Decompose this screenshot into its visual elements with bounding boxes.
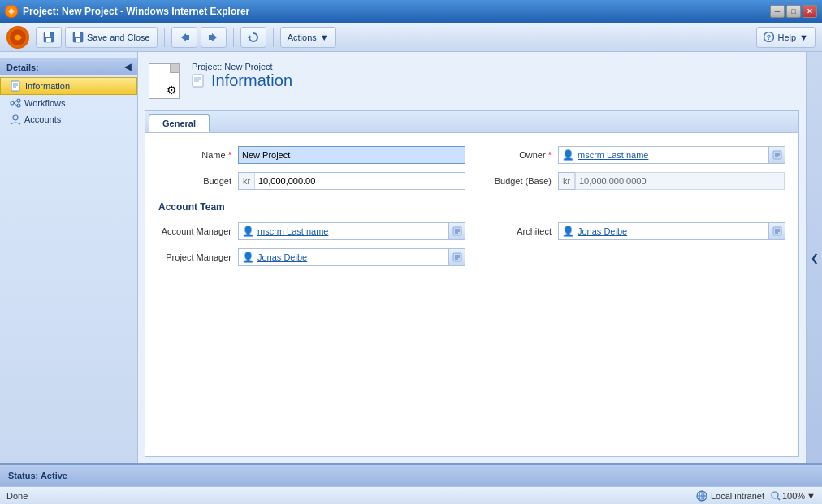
help-button[interactable]: ? Help ▼: [756, 27, 816, 48]
browser-done-label: Done: [6, 491, 28, 501]
svg-rect-15: [11, 81, 19, 91]
app-logo: [6, 26, 29, 49]
account-team-section-title: Account Team: [158, 198, 225, 214]
svg-line-23: [14, 103, 17, 106]
budget-base-label: Budget (Base): [478, 176, 552, 186]
svg-point-24: [13, 115, 18, 120]
architect-link[interactable]: Jonas Deibe: [578, 226, 627, 236]
svg-point-19: [11, 101, 14, 105]
budget-label: Budget: [158, 176, 231, 186]
project-manager-lookup[interactable]: 👤 Jonas Deibe: [238, 248, 465, 266]
forward-button[interactable]: [201, 27, 227, 48]
owner-link[interactable]: mscrm Last name: [578, 150, 648, 160]
account-manager-person-icon: 👤: [242, 226, 254, 237]
svg-rect-10: [209, 35, 212, 40]
back-button[interactable]: [171, 27, 197, 48]
sidebar-item-accounts[interactable]: Accounts: [0, 111, 137, 127]
browser-intranet: Local intranet: [696, 490, 764, 502]
budget-prefix: kr: [239, 173, 255, 189]
separator-1: [164, 28, 165, 47]
title-bar: Project: New Project - Windows Internet …: [0, 0, 822, 23]
form-row-name-owner: Name * Owner * 👤 mscrm Last name: [158, 146, 785, 164]
svg-line-22: [14, 101, 17, 103]
tab-bar: General: [145, 111, 798, 133]
account-manager-link[interactable]: mscrm Last name: [257, 226, 328, 236]
architect-lookup-button[interactable]: [768, 223, 785, 239]
accounts-icon: [10, 114, 21, 125]
owner-person-icon: 👤: [562, 149, 574, 161]
save-close-button[interactable]: Save and Close: [65, 27, 158, 48]
svg-rect-7: [76, 38, 80, 42]
project-manager-label: Project Manager: [158, 252, 231, 262]
separator-2: [233, 28, 234, 47]
architect-lookup[interactable]: 👤 Jonas Deibe: [558, 222, 785, 240]
budget-base-prefix: kr: [559, 173, 575, 189]
page-title: Information: [192, 71, 292, 90]
account-manager-lookup-button[interactable]: [448, 223, 465, 239]
account-manager-label: Account Manager: [158, 226, 231, 236]
sidebar: Details: ◀ Information Workflows Account…: [0, 52, 138, 463]
svg-line-50: [777, 498, 780, 500]
field-group-project-manager: Project Manager 👤 Jonas Deibe: [158, 248, 465, 266]
information-icon: [11, 80, 22, 92]
budget-input[interactable]: [255, 176, 465, 186]
field-group-owner: Owner * 👤 mscrm Last name: [478, 146, 785, 164]
form-body: Name * Owner * 👤 mscrm Last name: [145, 133, 798, 279]
field-group-architect: Architect 👤 Jonas Deibe: [478, 222, 785, 240]
status-bar: Status: Active: [0, 463, 822, 486]
zoom-dropdown[interactable]: ▼: [807, 491, 816, 501]
svg-rect-3: [45, 32, 50, 37]
separator-3: [273, 28, 274, 47]
window-title: Project: New Project - Windows Internet …: [23, 6, 770, 17]
svg-rect-4: [46, 38, 51, 42]
field-group-name: Name *: [158, 146, 465, 164]
form-row-account-team-header: Account Team: [158, 198, 785, 214]
restore-button[interactable]: □: [786, 5, 801, 18]
project-manager-person-icon: 👤: [242, 252, 254, 263]
architect-person-icon: 👤: [562, 226, 574, 237]
form-row-budget: Budget kr Budget (Base) kr 10,000,000.00…: [158, 172, 785, 190]
budget-base-value: 10,000,000.0000: [575, 172, 785, 190]
sidebar-section-header[interactable]: Details: ◀: [0, 58, 137, 75]
tab-general[interactable]: General: [149, 114, 210, 132]
window-controls: ─ □ ✕: [770, 5, 817, 18]
scroll-right-button[interactable]: ❮: [806, 52, 822, 463]
svg-point-21: [17, 104, 20, 107]
name-input[interactable]: [238, 146, 465, 164]
zoom-icon: [771, 491, 781, 501]
svg-marker-11: [212, 33, 217, 41]
workflows-icon: [10, 97, 21, 109]
svg-rect-9: [186, 35, 189, 40]
owner-lookup-button[interactable]: [768, 147, 785, 163]
gear-icon: ⚙: [167, 84, 177, 97]
page-header-text: Project: New Project Information: [192, 62, 292, 90]
svg-point-49: [772, 492, 778, 498]
architect-label: Architect: [478, 226, 552, 236]
status-label: Status: Active: [8, 471, 67, 480]
refresh-button[interactable]: [240, 27, 266, 48]
owner-lookup[interactable]: 👤 mscrm Last name: [558, 146, 785, 164]
svg-marker-8: [181, 33, 186, 41]
page-header: ⚙ Project: New Project Information: [145, 58, 799, 104]
name-label: Name *: [158, 150, 231, 160]
toolbar: Save and Close Actions ▼ ? Help ▼: [0, 23, 822, 52]
svg-marker-12: [248, 35, 252, 38]
sidebar-item-workflows[interactable]: Workflows: [0, 95, 137, 111]
browser-zoom: 100% ▼: [771, 491, 816, 501]
project-manager-link[interactable]: Jonas Deibe: [257, 252, 307, 262]
close-button[interactable]: ✕: [803, 5, 817, 18]
owner-label: Owner *: [478, 150, 552, 160]
svg-point-20: [17, 99, 20, 102]
budget-field: kr: [238, 172, 465, 190]
account-manager-lookup[interactable]: 👤 mscrm Last name: [238, 222, 465, 240]
minimize-button[interactable]: ─: [770, 5, 785, 18]
globe-icon: [696, 490, 707, 502]
project-manager-lookup-button[interactable]: [448, 249, 465, 265]
document-icon: ⚙: [149, 63, 180, 99]
budget-base-field: kr 10,000,000.0000: [558, 172, 785, 190]
main-layout: Details: ◀ Information Workflows Account…: [0, 52, 822, 463]
sidebar-item-information[interactable]: Information: [0, 77, 137, 95]
actions-button[interactable]: Actions ▼: [280, 27, 336, 48]
save-icon-button[interactable]: [36, 27, 62, 48]
content-area: ⚙ Project: New Project Information: [138, 52, 806, 463]
